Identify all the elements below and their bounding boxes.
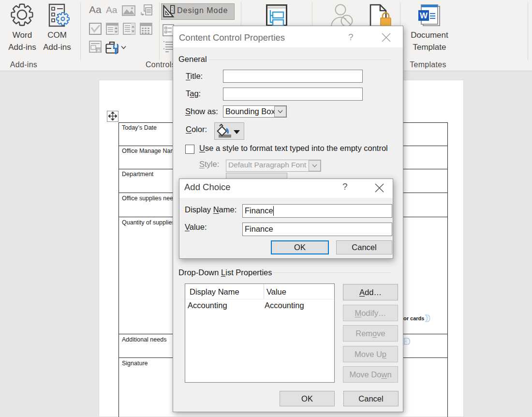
svg-text:W: W — [420, 11, 428, 20]
